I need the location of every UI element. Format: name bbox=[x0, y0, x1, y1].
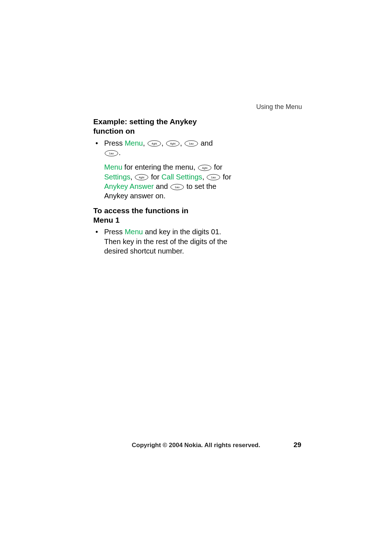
text-t6: for bbox=[221, 173, 231, 181]
example-heading: Example: setting the Anykey function on bbox=[93, 117, 235, 136]
menu-label: Menu bbox=[125, 228, 143, 236]
text-t1: for entering the menu, bbox=[122, 163, 197, 171]
text-t4: for bbox=[149, 173, 161, 181]
svg-text:4ghi: 4ghi bbox=[151, 142, 157, 145]
svg-text:1ao: 1ao bbox=[189, 142, 194, 145]
anykey-answer-label: Anykey Answer bbox=[104, 182, 154, 190]
text-t3: , bbox=[130, 173, 134, 181]
text-and: and bbox=[199, 139, 213, 147]
example-heading-line2: function on bbox=[93, 127, 135, 135]
access-bullet-item: Press Menu and key in the digits 01. The… bbox=[93, 227, 235, 256]
page-number: 29 bbox=[294, 441, 301, 449]
menu-label: Menu bbox=[104, 163, 122, 171]
explanation-block: Menu for entering the menu, 4ghi for Set… bbox=[93, 162, 235, 201]
text-period: . bbox=[119, 149, 121, 157]
svg-text:4ghi: 4ghi bbox=[202, 166, 207, 170]
text-sep1: , bbox=[143, 139, 147, 147]
footer-copyright: Copyright © 2004 Nokia. All rights reser… bbox=[0, 442, 392, 449]
text-press2: Press bbox=[104, 228, 125, 236]
access-heading: To access the functions in Menu 1 bbox=[93, 206, 235, 225]
text-t5: , bbox=[202, 173, 206, 181]
access-heading-line1: To access the functions in bbox=[93, 206, 188, 215]
svg-text:1ao: 1ao bbox=[109, 152, 114, 155]
key-4-icon: 4ghi bbox=[147, 141, 161, 146]
access-heading-line2: Menu 1 bbox=[93, 216, 119, 224]
text-sep2: , bbox=[162, 139, 166, 147]
header-section-title: Using the Menu bbox=[256, 103, 302, 111]
svg-text:1ao: 1ao bbox=[211, 176, 216, 179]
access-bullet-list: Press Menu and key in the digits 01. The… bbox=[93, 227, 235, 256]
key-1-icon: 1ao bbox=[207, 174, 220, 180]
svg-text:1ao: 1ao bbox=[175, 186, 180, 189]
content-column: Example: setting the Anykey function on … bbox=[93, 117, 235, 259]
page: Using the Menu Example: setting the Anyk… bbox=[0, 0, 392, 555]
key-1-icon: 1ao bbox=[184, 141, 198, 146]
text-press: Press bbox=[104, 139, 125, 147]
key-4-icon: 4ghi bbox=[166, 141, 180, 146]
example-bullet-list: Press Menu, 4ghi, 4ghi, 1ao and 1ao. bbox=[93, 138, 235, 158]
key-4-icon: 4ghi bbox=[198, 165, 212, 171]
settings-label: Settings bbox=[104, 173, 130, 181]
call-settings-label: Call Settings bbox=[162, 173, 202, 181]
key-1-icon: 1ao bbox=[170, 184, 184, 190]
svg-text:4ghi: 4ghi bbox=[170, 142, 175, 145]
menu-label: Menu bbox=[125, 139, 143, 147]
example-heading-line1: Example: setting the Anykey bbox=[93, 117, 197, 126]
text-t7: and bbox=[154, 182, 170, 190]
example-bullet-item: Press Menu, 4ghi, 4ghi, 1ao and 1ao. bbox=[93, 138, 235, 158]
svg-text:4ghi: 4ghi bbox=[139, 176, 144, 179]
key-4-icon: 4ghi bbox=[135, 174, 148, 180]
text-t2: for bbox=[214, 163, 222, 171]
text-sep3: , bbox=[180, 139, 184, 147]
key-1-icon: 1ao bbox=[105, 150, 118, 156]
